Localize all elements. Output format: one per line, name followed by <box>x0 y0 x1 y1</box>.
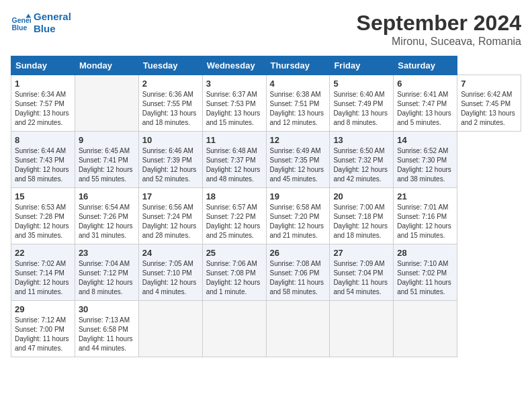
day-number: 28 <box>397 248 453 258</box>
day-info: Sunrise: 7:08 AM Sunset: 7:06 PM Dayligh… <box>270 259 326 297</box>
day-number: 16 <box>79 191 135 201</box>
calendar-week-5: 29Sunrise: 7:12 AM Sunset: 7:00 PM Dayli… <box>11 301 521 357</box>
day-number: 4 <box>270 79 326 89</box>
calendar-body: 1Sunrise: 6:34 AM Sunset: 7:57 PM Daylig… <box>11 75 521 357</box>
day-number: 18 <box>206 191 263 201</box>
title-area: September 2024 Mironu, Suceava, Romania <box>357 11 521 48</box>
day-info: Sunrise: 7:12 AM Sunset: 7:00 PM Dayligh… <box>15 316 71 353</box>
calendar-day-6: 6Sunrise: 6:41 AM Sunset: 7:47 PM Daylig… <box>394 75 457 132</box>
day-info: Sunrise: 6:58 AM Sunset: 7:20 PM Dayligh… <box>270 203 326 240</box>
day-number: 14 <box>397 135 453 145</box>
day-number: 26 <box>270 248 326 258</box>
day-info: Sunrise: 6:53 AM Sunset: 7:28 PM Dayligh… <box>15 203 71 240</box>
day-info: Sunrise: 6:40 AM Sunset: 7:49 PM Dayligh… <box>333 90 390 128</box>
calendar-day-4: 4Sunrise: 6:38 AM Sunset: 7:51 PM Daylig… <box>266 75 330 132</box>
calendar-day-25: 25Sunrise: 7:06 AM Sunset: 7:08 PM Dayli… <box>202 244 266 301</box>
calendar-day-empty-w4-3 <box>202 301 266 357</box>
calendar-day-3: 3Sunrise: 6:37 AM Sunset: 7:53 PM Daylig… <box>202 75 266 132</box>
day-info: Sunrise: 6:46 AM Sunset: 7:39 PM Dayligh… <box>142 146 199 184</box>
day-info: Sunrise: 6:44 AM Sunset: 7:43 PM Dayligh… <box>15 146 71 184</box>
day-info: Sunrise: 6:50 AM Sunset: 7:32 PM Dayligh… <box>333 146 390 184</box>
calendar-day-empty-0 <box>75 75 138 132</box>
day-number: 7 <box>461 79 517 89</box>
calendar-day-22: 22Sunrise: 7:02 AM Sunset: 7:14 PM Dayli… <box>11 244 75 301</box>
calendar-day-11: 11Sunrise: 6:48 AM Sunset: 7:37 PM Dayli… <box>202 132 266 188</box>
day-info: Sunrise: 7:09 AM Sunset: 7:04 PM Dayligh… <box>333 259 390 297</box>
day-info: Sunrise: 7:06 AM Sunset: 7:08 PM Dayligh… <box>206 259 263 297</box>
calendar-day-empty-w4-4 <box>266 301 330 357</box>
calendar-day-empty-w4-6 <box>394 301 457 357</box>
weekday-header-friday: Friday <box>330 56 394 75</box>
calendar-day-18: 18Sunrise: 6:57 AM Sunset: 7:22 PM Dayli… <box>202 188 266 244</box>
day-info: Sunrise: 6:34 AM Sunset: 7:57 PM Dayligh… <box>15 90 71 128</box>
calendar-day-empty-w4-5 <box>330 301 394 357</box>
day-info: Sunrise: 6:41 AM Sunset: 7:47 PM Dayligh… <box>397 90 453 128</box>
day-info: Sunrise: 6:56 AM Sunset: 7:24 PM Dayligh… <box>142 203 199 240</box>
day-info: Sunrise: 6:45 AM Sunset: 7:41 PM Dayligh… <box>79 146 135 184</box>
day-info: Sunrise: 7:13 AM Sunset: 6:58 PM Dayligh… <box>79 316 135 353</box>
weekday-header-wednesday: Wednesday <box>202 56 266 75</box>
calendar-day-23: 23Sunrise: 7:04 AM Sunset: 7:12 PM Dayli… <box>75 244 138 301</box>
weekday-header-tuesday: Tuesday <box>138 56 202 75</box>
calendar-day-17: 17Sunrise: 6:56 AM Sunset: 7:24 PM Dayli… <box>138 188 202 244</box>
day-number: 10 <box>142 135 199 145</box>
day-info: Sunrise: 6:54 AM Sunset: 7:26 PM Dayligh… <box>79 203 135 240</box>
day-info: Sunrise: 6:52 AM Sunset: 7:30 PM Dayligh… <box>397 146 453 184</box>
day-info: Sunrise: 7:02 AM Sunset: 7:14 PM Dayligh… <box>15 259 71 297</box>
calendar-day-8: 8Sunrise: 6:44 AM Sunset: 7:43 PM Daylig… <box>11 132 75 188</box>
calendar-day-28: 28Sunrise: 7:10 AM Sunset: 7:02 PM Dayli… <box>394 244 457 301</box>
weekday-header-sunday: Sunday <box>11 56 75 75</box>
calendar-day-15: 15Sunrise: 6:53 AM Sunset: 7:28 PM Dayli… <box>11 188 75 244</box>
day-info: Sunrise: 7:10 AM Sunset: 7:02 PM Dayligh… <box>397 259 453 297</box>
day-info: Sunrise: 7:00 AM Sunset: 7:18 PM Dayligh… <box>333 203 390 240</box>
day-number: 24 <box>142 248 199 258</box>
day-number: 29 <box>15 304 71 314</box>
day-number: 19 <box>270 191 326 201</box>
day-info: Sunrise: 6:38 AM Sunset: 7:51 PM Dayligh… <box>270 90 326 128</box>
calendar-day-9: 9Sunrise: 6:45 AM Sunset: 7:41 PM Daylig… <box>75 132 138 188</box>
day-number: 12 <box>270 135 326 145</box>
calendar-day-14: 14Sunrise: 6:52 AM Sunset: 7:30 PM Dayli… <box>394 132 457 188</box>
weekday-header-saturday: Saturday <box>394 56 457 75</box>
day-number: 5 <box>333 79 390 89</box>
day-number: 30 <box>79 304 135 314</box>
calendar-day-29: 29Sunrise: 7:12 AM Sunset: 7:00 PM Dayli… <box>11 301 75 357</box>
day-info: Sunrise: 6:57 AM Sunset: 7:22 PM Dayligh… <box>206 203 263 240</box>
day-number: 11 <box>206 135 263 145</box>
calendar-table: SundayMondayTuesdayWednesdayThursdayFrid… <box>11 56 521 357</box>
day-number: 8 <box>15 135 71 145</box>
calendar-week-3: 15Sunrise: 6:53 AM Sunset: 7:28 PM Dayli… <box>11 188 521 244</box>
day-number: 9 <box>79 135 135 145</box>
day-number: 15 <box>15 191 71 201</box>
calendar-day-10: 10Sunrise: 6:46 AM Sunset: 7:39 PM Dayli… <box>138 132 202 188</box>
calendar-day-13: 13Sunrise: 6:50 AM Sunset: 7:32 PM Dayli… <box>330 132 394 188</box>
calendar-day-19: 19Sunrise: 6:58 AM Sunset: 7:20 PM Dayli… <box>266 188 330 244</box>
calendar-day-26: 26Sunrise: 7:08 AM Sunset: 7:06 PM Dayli… <box>266 244 330 301</box>
day-number: 3 <box>206 79 263 89</box>
day-number: 13 <box>333 135 390 145</box>
calendar-day-16: 16Sunrise: 6:54 AM Sunset: 7:26 PM Dayli… <box>75 188 138 244</box>
logo-text: GeneralBlue <box>34 11 71 35</box>
logo: General Blue GeneralBlue <box>11 11 71 35</box>
day-number: 17 <box>142 191 199 201</box>
logo-icon: General Blue <box>11 13 31 33</box>
calendar-day-27: 27Sunrise: 7:09 AM Sunset: 7:04 PM Dayli… <box>330 244 394 301</box>
day-number: 22 <box>15 248 71 258</box>
calendar-week-2: 8Sunrise: 6:44 AM Sunset: 7:43 PM Daylig… <box>11 132 521 188</box>
calendar-week-1: 1Sunrise: 6:34 AM Sunset: 7:57 PM Daylig… <box>11 75 521 132</box>
day-info: Sunrise: 6:36 AM Sunset: 7:55 PM Dayligh… <box>142 90 199 128</box>
page-header: General Blue GeneralBlue September 2024 … <box>11 11 521 48</box>
day-info: Sunrise: 6:42 AM Sunset: 7:45 PM Dayligh… <box>461 90 517 128</box>
calendar-day-7: 7Sunrise: 6:42 AM Sunset: 7:45 PM Daylig… <box>457 75 521 132</box>
day-info: Sunrise: 6:48 AM Sunset: 7:37 PM Dayligh… <box>206 146 263 184</box>
day-number: 21 <box>397 191 453 201</box>
location-title: Mironu, Suceava, Romania <box>357 36 521 48</box>
day-info: Sunrise: 7:05 AM Sunset: 7:10 PM Dayligh… <box>142 259 199 297</box>
calendar-day-21: 21Sunrise: 7:01 AM Sunset: 7:16 PM Dayli… <box>394 188 457 244</box>
day-number: 20 <box>333 191 390 201</box>
day-info: Sunrise: 7:04 AM Sunset: 7:12 PM Dayligh… <box>79 259 135 297</box>
weekday-header-thursday: Thursday <box>266 56 330 75</box>
calendar-day-30: 30Sunrise: 7:13 AM Sunset: 6:58 PM Dayli… <box>75 301 138 357</box>
calendar-week-4: 22Sunrise: 7:02 AM Sunset: 7:14 PM Dayli… <box>11 244 521 301</box>
month-title: September 2024 <box>357 11 521 36</box>
